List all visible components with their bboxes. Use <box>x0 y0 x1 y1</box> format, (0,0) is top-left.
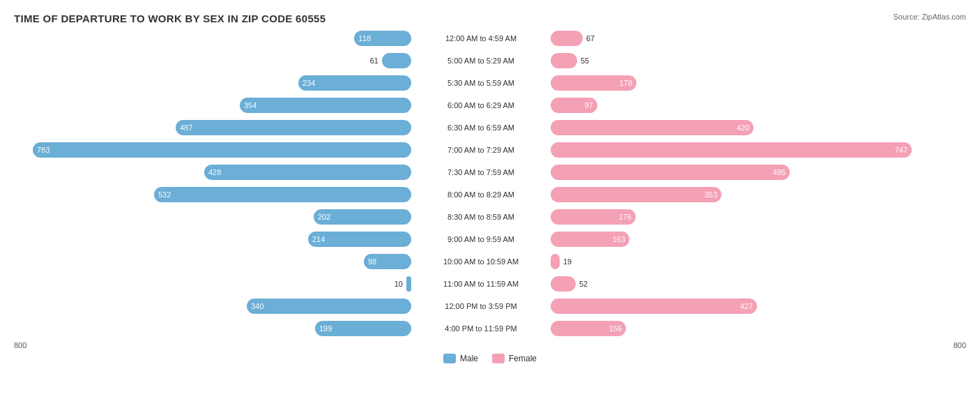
row-inner: 98 10:00 AM to 10:59 AM 19 <box>14 252 966 271</box>
row-inner: 783 7:00 AM to 7:29 AM 747 <box>14 140 966 160</box>
legend-female: Female <box>492 354 537 363</box>
male-value: 234 <box>298 79 315 87</box>
female-bar <box>551 53 577 68</box>
time-label: 10:00 AM to 10:59 AM <box>411 257 551 266</box>
chart-area: 118 12:00 AM to 4:59 AM 67 61 5:00 AM to… <box>14 29 966 338</box>
chart-row: 214 9:00 AM to 9:59 AM 163 <box>14 229 966 249</box>
row-inner: 532 8:00 AM to 8:29 AM 353 <box>14 185 966 204</box>
male-label: Male <box>460 354 478 363</box>
bar-right-container: 156 <box>551 321 948 336</box>
axis-labels: 800 800 <box>14 341 966 349</box>
male-bar: 340 <box>247 299 411 314</box>
bar-left-container: 340 <box>14 299 411 314</box>
axis-left: 800 <box>14 341 26 349</box>
female-value: 427 <box>740 302 757 310</box>
bar-left-container: 61 <box>14 53 411 68</box>
female-bar <box>551 276 576 292</box>
chart-row: 199 4:00 PM to 11:59 PM 156 <box>14 319 966 338</box>
female-bar: 156 <box>551 321 626 336</box>
male-value: 354 <box>240 101 257 110</box>
chart-row: 487 6:30 AM to 6:59 AM 420 <box>14 118 966 137</box>
bar-right-container: 420 <box>551 120 948 135</box>
bar-left-container: 783 <box>14 142 411 158</box>
female-value: 52 <box>579 280 588 288</box>
female-bar <box>551 31 583 46</box>
bar-right-container: 55 <box>551 53 948 68</box>
male-bar: 487 <box>176 120 411 135</box>
chart-row: 202 8:30 AM to 8:59 AM 176 <box>14 207 966 227</box>
row-inner: 61 5:00 AM to 5:29 AM 55 <box>14 51 966 70</box>
female-value: 178 <box>620 79 636 87</box>
bar-left-container: 118 <box>14 31 411 46</box>
time-label: 12:00 PM to 3:59 PM <box>411 302 551 310</box>
female-swatch <box>492 354 505 363</box>
female-value: 19 <box>563 257 572 266</box>
time-label: 12:00 AM to 4:59 AM <box>411 34 551 43</box>
bar-right-container: 67 <box>551 31 948 46</box>
female-value: 353 <box>705 190 721 199</box>
bar-right-container: 52 <box>551 276 948 292</box>
bar-left-container: 532 <box>14 187 411 202</box>
legend-male: Male <box>443 354 478 363</box>
male-bar: 118 <box>354 31 411 46</box>
male-value: 10 <box>395 280 403 288</box>
bar-left-container: 202 <box>14 209 411 225</box>
male-bar: 428 <box>204 165 411 180</box>
male-value: 199 <box>315 324 332 333</box>
female-bar: 747 <box>551 142 912 158</box>
male-bar <box>406 276 411 292</box>
bar-left-container: 354 <box>14 98 411 113</box>
male-bar <box>382 53 411 68</box>
male-value: 98 <box>364 257 376 266</box>
male-bar: 354 <box>240 98 411 113</box>
time-label: 8:30 AM to 8:59 AM <box>411 213 551 221</box>
chart-row: 10 11:00 AM to 11:59 AM 52 <box>14 274 966 294</box>
source-label: Source: ZipAtlas.com <box>893 13 966 21</box>
bar-right-container: 163 <box>551 232 948 247</box>
row-inner: 428 7:30 AM to 7:59 AM 495 <box>14 163 966 182</box>
bar-right-container: 353 <box>551 187 948 202</box>
female-value: 55 <box>581 56 589 65</box>
row-inner: 234 5:30 AM to 5:59 AM 178 <box>14 73 966 93</box>
bar-left-container: 214 <box>14 232 411 247</box>
female-bar <box>551 254 560 269</box>
bar-right-container: 176 <box>551 209 948 225</box>
time-label: 9:00 AM to 9:59 AM <box>411 235 551 243</box>
chart-row: 783 7:00 AM to 7:29 AM 747 <box>14 140 966 160</box>
row-inner: 199 4:00 PM to 11:59 PM 156 <box>14 319 966 338</box>
female-value: 156 <box>609 324 626 333</box>
female-value: 176 <box>619 213 636 221</box>
bar-right-container: 427 <box>551 299 948 314</box>
row-inner: 214 9:00 AM to 9:59 AM 163 <box>14 229 966 249</box>
male-value: 487 <box>176 123 192 132</box>
chart-row: 61 5:00 AM to 5:29 AM 55 <box>14 51 966 70</box>
female-bar: 353 <box>551 187 721 202</box>
time-label: 4:00 PM to 11:59 PM <box>411 324 551 333</box>
chart-row: 234 5:30 AM to 5:59 AM 178 <box>14 73 966 93</box>
row-inner: 202 8:30 AM to 8:59 AM 176 <box>14 207 966 227</box>
male-value: 340 <box>247 302 263 310</box>
female-value: 495 <box>773 168 790 176</box>
bar-left-container: 98 <box>14 254 411 269</box>
chart-container: TIME OF DEPARTURE TO WORK BY SEX IN ZIP … <box>0 0 980 415</box>
male-value: 202 <box>314 213 330 221</box>
bar-left-container: 487 <box>14 120 411 135</box>
female-value: 747 <box>895 146 912 154</box>
male-value: 118 <box>354 34 371 43</box>
time-label: 5:30 AM to 5:59 AM <box>411 79 551 87</box>
female-label: Female <box>509 354 537 363</box>
chart-row: 428 7:30 AM to 7:59 AM 495 <box>14 163 966 182</box>
row-inner: 10 11:00 AM to 11:59 AM 52 <box>14 274 966 294</box>
chart-row: 340 12:00 PM to 3:59 PM 427 <box>14 296 966 316</box>
row-inner: 118 12:00 AM to 4:59 AM 67 <box>14 29 966 48</box>
female-value: 420 <box>737 123 753 132</box>
female-bar: 178 <box>551 75 636 91</box>
bar-right-container: 747 <box>551 142 948 158</box>
male-bar: 532 <box>154 187 411 202</box>
legend: Male Female <box>14 354 966 363</box>
male-value: 783 <box>33 146 49 154</box>
time-label: 5:00 AM to 5:29 AM <box>411 56 551 65</box>
male-bar: 214 <box>308 232 411 247</box>
time-label: 8:00 AM to 8:29 AM <box>411 190 551 199</box>
female-value: 163 <box>613 235 629 243</box>
